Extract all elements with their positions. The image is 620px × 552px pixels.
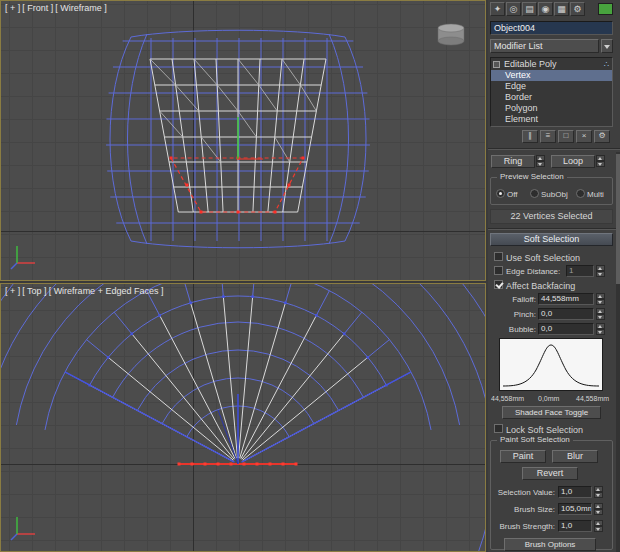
loop-button[interactable]: Loop xyxy=(551,155,595,168)
ring-button[interactable]: Ring xyxy=(491,155,535,168)
brush-size-label: Brush Size: xyxy=(492,505,555,515)
lock-soft-selection-checkbox[interactable] xyxy=(494,424,503,433)
pinch-field[interactable]: 0,0 xyxy=(538,308,594,320)
paint-button[interactable]: Paint xyxy=(500,450,546,463)
top-viewport-name[interactable]: [ Top ] xyxy=(22,286,46,296)
top-viewport-canvas[interactable] xyxy=(1,284,485,551)
affect-backfacing-label[interactable]: Affect Backfacing xyxy=(506,281,575,291)
stack-item-border[interactable]: Border xyxy=(491,92,612,103)
pinch-spinner[interactable] xyxy=(596,308,605,321)
soft-selection-curve xyxy=(499,338,603,391)
stack-item-label: Editable Poly xyxy=(504,59,557,69)
preview-multi-label[interactable]: Multi xyxy=(587,190,604,200)
front-viewport-canvas[interactable] xyxy=(1,1,485,280)
command-panel: ✦ ◎ ▤ ◉ ▦ ⚙ Object004 Modifier List Edit… xyxy=(488,0,620,552)
top-viewport-menu[interactable]: [ + ] xyxy=(5,286,20,296)
edge-distance-spinner[interactable] xyxy=(596,265,605,278)
editable-poly-icon xyxy=(493,61,500,68)
selection-status: 22 Vertices Selected xyxy=(490,209,613,224)
brush-size-spinner[interactable] xyxy=(594,503,603,516)
panel-scrollbar[interactable] xyxy=(616,152,620,552)
vertex-subobject-icon: ∴ xyxy=(604,59,609,70)
rollout-divider xyxy=(488,228,620,230)
panel-scrollbar-thumb[interactable] xyxy=(616,154,620,284)
top-viewport-label: [ + ][ Top ][ Wireframe + Edged Faces ] xyxy=(5,286,165,296)
motion-tab-icon[interactable]: ◉ xyxy=(538,2,553,16)
use-soft-selection-label[interactable]: Use Soft Selection xyxy=(506,253,580,263)
show-end-result-button[interactable]: ≡ xyxy=(540,130,556,143)
brush-strength-spinner[interactable] xyxy=(594,520,603,533)
selection-value-field[interactable]: 1,0 xyxy=(558,486,592,498)
ring-spinner[interactable] xyxy=(536,155,545,168)
blur-button[interactable]: Blur xyxy=(552,450,598,463)
shaded-face-toggle-button[interactable]: Shaded Face Toggle xyxy=(502,406,601,419)
remove-modifier-button[interactable]: × xyxy=(576,130,592,143)
make-unique-button[interactable]: □ xyxy=(558,130,574,143)
lock-soft-selection-label[interactable]: Lock Soft Selection xyxy=(506,425,583,435)
falloff-label: Falloff: xyxy=(490,295,536,305)
configure-modifier-sets-button[interactable]: ⚙ xyxy=(594,130,610,143)
front-viewport-name[interactable]: [ Front ] xyxy=(22,3,53,13)
preview-subobj-label[interactable]: SubObj xyxy=(541,190,568,200)
modifier-list-arrow-icon[interactable] xyxy=(601,39,613,53)
hierarchy-tab-icon[interactable]: ▤ xyxy=(522,2,537,16)
bubble-label: Bubble: xyxy=(490,325,536,335)
3ds-max-window: [ + ][ Front ][ Wireframe ] [ + ][ Top ]… xyxy=(0,0,620,552)
utilities-tab-icon[interactable]: ⚙ xyxy=(570,2,585,16)
front-viewport-label: [ + ][ Front ][ Wireframe ] xyxy=(5,3,109,13)
pin-stack-button[interactable]: ∥ xyxy=(522,130,538,143)
preview-off-label[interactable]: Off xyxy=(507,190,518,200)
selection-value-label: Selection Value: xyxy=(492,488,555,498)
affect-backfacing-checkbox[interactable] xyxy=(494,280,503,289)
front-viewport-shading[interactable]: [ Wireframe ] xyxy=(55,3,107,13)
use-soft-selection-checkbox[interactable] xyxy=(494,252,503,261)
modifier-stack[interactable]: Editable Poly ∴ Vertex Edge Border Polyg… xyxy=(490,57,613,127)
curve-max-label: 44,558mm xyxy=(576,394,609,404)
curve-zero-label: 0,0mm xyxy=(538,394,559,404)
create-tab-icon[interactable]: ✦ xyxy=(490,2,505,16)
stack-item-element[interactable]: Element xyxy=(491,114,612,125)
top-viewport-shading[interactable]: [ Wireframe + Edged Faces ] xyxy=(49,286,164,296)
stack-item-polygon[interactable]: Polygon xyxy=(491,103,612,114)
modifier-list-dropdown[interactable]: Modifier List xyxy=(490,39,599,53)
object-name-field[interactable]: Object004 xyxy=(490,21,613,35)
front-viewport-menu[interactable]: [ + ] xyxy=(5,3,20,13)
selection-value-spinner[interactable] xyxy=(594,486,603,499)
stack-item-vertex[interactable]: Vertex xyxy=(491,70,612,81)
falloff-spinner[interactable] xyxy=(596,293,605,306)
edge-distance-label[interactable]: Edge Distance: xyxy=(506,267,560,277)
preview-selection-title: Preview Selection xyxy=(497,172,567,181)
curve-min-label: 44,558mm xyxy=(491,394,524,404)
panel-divider xyxy=(488,148,620,150)
edge-distance-field[interactable]: 1 xyxy=(566,265,594,277)
brush-strength-label: Brush Strength: xyxy=(492,522,555,532)
soft-selection-rollout-header[interactable]: Soft Selection xyxy=(490,233,613,246)
brush-size-field[interactable]: 105,0mm xyxy=(558,503,592,515)
viewport-top[interactable]: [ + ][ Top ][ Wireframe + Edged Faces ] xyxy=(0,283,486,552)
bubble-field[interactable]: 0,0 xyxy=(538,323,594,335)
modify-tab-icon[interactable]: ◎ xyxy=(506,2,521,16)
falloff-field[interactable]: 44,558mm xyxy=(538,293,594,305)
pinch-label: Pinch: xyxy=(490,310,536,320)
edge-distance-checkbox[interactable] xyxy=(494,266,503,275)
loop-spinner[interactable] xyxy=(596,155,605,168)
revert-button[interactable]: Revert xyxy=(522,467,578,480)
paint-soft-selection-title: Paint Soft Selection xyxy=(497,435,573,444)
preview-subobj-radio[interactable] xyxy=(530,189,539,198)
brush-options-button[interactable]: Brush Options xyxy=(504,538,596,551)
preview-off-radio[interactable] xyxy=(496,189,505,198)
stack-item-editable-poly[interactable]: Editable Poly ∴ xyxy=(491,59,612,70)
display-tab-icon[interactable]: ▦ xyxy=(554,2,569,16)
brush-strength-field[interactable]: 1,0 xyxy=(558,520,592,532)
bubble-spinner[interactable] xyxy=(596,323,605,336)
falloff-curve-graph xyxy=(500,339,602,390)
object-color-swatch[interactable] xyxy=(598,3,613,15)
preview-multi-radio[interactable] xyxy=(576,189,585,198)
stack-item-edge[interactable]: Edge xyxy=(491,81,612,92)
viewport-front[interactable]: [ + ][ Front ][ Wireframe ] xyxy=(0,0,486,281)
